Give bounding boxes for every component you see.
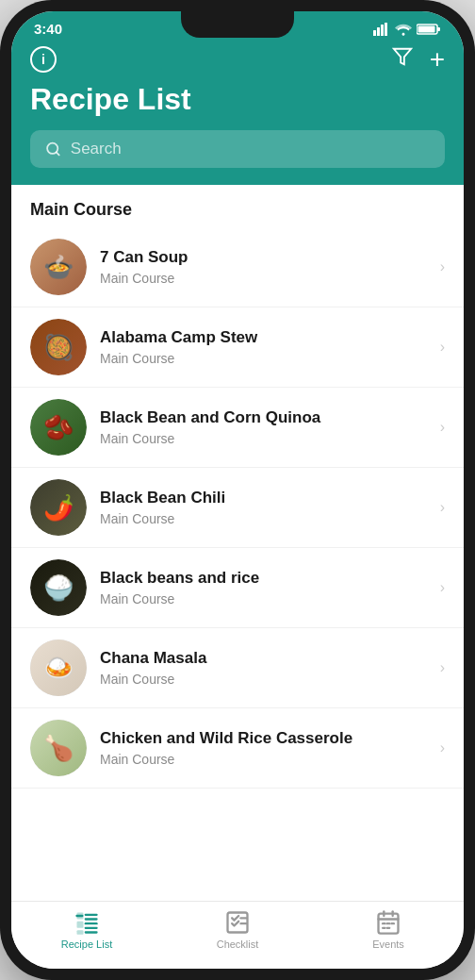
svg-rect-18 <box>77 930 84 935</box>
recipe-item[interactable]: 🍚 Black beans and rice Main Course › <box>11 548 464 628</box>
search-icon <box>45 141 61 158</box>
svg-rect-2 <box>381 25 384 36</box>
nav-recipe-list[interactable]: Recipe List <box>11 909 162 950</box>
recipe-info: Chicken and Wild Rice Casserole Main Cou… <box>100 729 433 766</box>
recipe-item[interactable]: 🍗 Chicken and Wild Rice Casserole Main C… <box>11 708 464 789</box>
chevron-icon: › <box>440 258 445 275</box>
recipe-info: 7 Can Soup Main Course <box>100 248 433 285</box>
recipe-thumbnail: 🍗 <box>30 720 87 776</box>
recipe-name: Black Bean Chili <box>100 489 433 507</box>
recipe-category: Main Course <box>100 672 433 687</box>
bottom-nav: Recipe List Checklist <box>11 901 464 969</box>
header-icons: + <box>392 46 445 73</box>
recipe-item[interactable]: 🫘 Black Bean and Corn Quinoa Main Course… <box>11 388 464 468</box>
phone-screen: 3:40 <box>11 11 464 969</box>
nav-checklist[interactable]: Checklist <box>162 909 313 950</box>
add-button[interactable]: + <box>430 46 445 73</box>
nav-events-label: Events <box>372 938 404 950</box>
recipe-category: Main Course <box>100 752 433 767</box>
recipe-category: Main Course <box>100 591 433 606</box>
recipe-item[interactable]: 🍛 Chana Masala Main Course › <box>11 628 464 708</box>
svg-line-9 <box>57 152 59 155</box>
content: Main Course 🍲 7 Can Soup Main Course › 🥘… <box>11 185 464 901</box>
search-input[interactable] <box>71 140 430 158</box>
battery-icon <box>417 23 441 36</box>
recipe-list: 🍲 7 Can Soup Main Course › 🥘 Alabama Cam… <box>11 227 464 789</box>
checklist-icon <box>224 909 251 936</box>
nav-checklist-label: Checklist <box>217 938 259 950</box>
svg-rect-6 <box>437 27 440 31</box>
recipe-info: Black Bean and Corn Quinoa Main Course <box>100 408 433 445</box>
recipe-category: Main Course <box>100 351 433 366</box>
recipe-list-icon <box>74 909 100 936</box>
filter-icon <box>392 46 413 67</box>
recipe-thumbnail: 🍚 <box>30 559 87 616</box>
recipe-name: Chana Masala <box>100 649 433 668</box>
recipe-name: Alabama Camp Stew <box>100 328 433 347</box>
nav-recipe-list-label: Recipe List <box>61 938 112 950</box>
chevron-icon: › <box>440 739 445 756</box>
recipe-thumbnail: 🥘 <box>30 319 87 375</box>
notch <box>181 11 294 38</box>
recipe-info: Alabama Camp Stew Main Course <box>100 328 433 365</box>
header: i + Recipe List <box>11 42 464 185</box>
chevron-icon: › <box>440 579 445 596</box>
recipe-item[interactable]: 🥘 Alabama Camp Stew Main Course › <box>11 307 464 388</box>
status-icons <box>373 23 441 36</box>
chevron-icon: › <box>440 419 445 436</box>
svg-rect-3 <box>385 23 387 36</box>
recipe-thumbnail: 🫘 <box>30 399 87 456</box>
svg-marker-7 <box>393 49 410 65</box>
page-title: Recipe List <box>30 82 445 117</box>
chevron-icon: › <box>440 659 445 676</box>
recipe-info: Chana Masala Main Course <box>100 649 433 686</box>
search-bar[interactable] <box>30 130 445 168</box>
recipe-name: Black beans and rice <box>100 569 433 588</box>
recipe-name: 7 Can Soup <box>100 248 433 267</box>
signal-icon <box>373 23 390 36</box>
recipe-category: Main Course <box>100 431 433 446</box>
phone-frame: 3:40 <box>0 0 475 980</box>
info-button[interactable]: i <box>30 46 57 73</box>
section-header: Main Course <box>11 185 464 227</box>
chevron-icon: › <box>440 339 445 356</box>
status-time: 3:40 <box>34 21 62 37</box>
svg-rect-0 <box>373 30 376 36</box>
header-top: i + <box>30 42 445 73</box>
recipe-thumbnail: 🍲 <box>30 239 87 295</box>
recipe-name: Black Bean and Corn Quinoa <box>100 408 433 427</box>
recipe-info: Black Bean Chili Main Course <box>100 489 433 525</box>
nav-events[interactable]: Events <box>313 909 464 950</box>
svg-rect-12 <box>77 913 84 920</box>
recipe-item[interactable]: 🍲 7 Can Soup Main Course › <box>11 227 464 307</box>
events-icon <box>375 909 401 936</box>
recipe-category: Main Course <box>100 511 433 526</box>
recipe-name: Chicken and Wild Rice Casserole <box>100 729 433 748</box>
svg-rect-5 <box>418 25 435 32</box>
svg-rect-1 <box>377 27 380 36</box>
wifi-icon <box>395 23 412 36</box>
recipe-thumbnail: 🍛 <box>30 639 87 696</box>
svg-rect-15 <box>77 922 84 928</box>
recipe-category: Main Course <box>100 271 433 286</box>
recipe-item[interactable]: 🌶️ Black Bean Chili Main Course › <box>11 468 464 548</box>
chevron-icon: › <box>440 499 445 516</box>
filter-button[interactable] <box>392 46 413 73</box>
recipe-thumbnail: 🌶️ <box>30 479 87 536</box>
recipe-info: Black beans and rice Main Course <box>100 569 433 606</box>
